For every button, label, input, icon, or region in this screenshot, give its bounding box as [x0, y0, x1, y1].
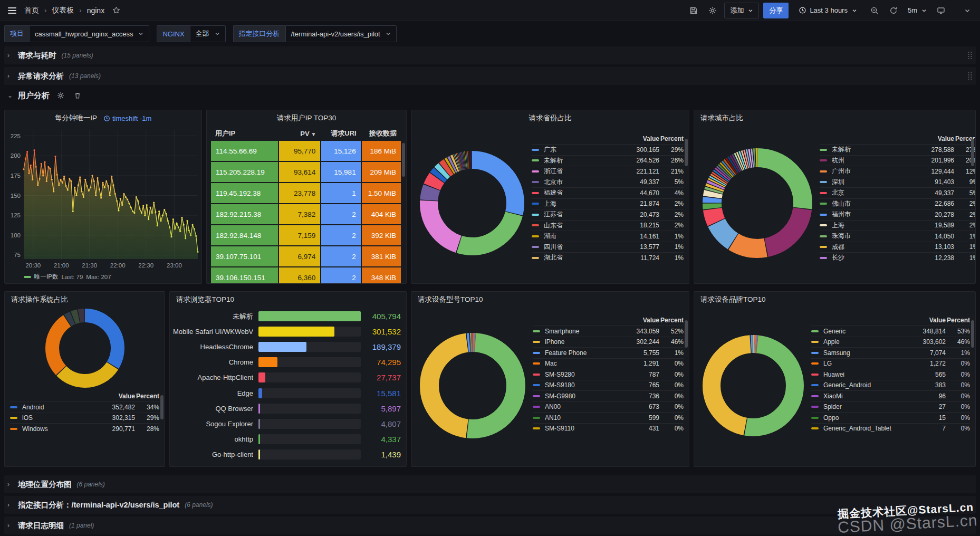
- legend-item[interactable]: 浙江省221,12121%: [532, 166, 684, 177]
- scrollbar[interactable]: [971, 139, 974, 166]
- bar-gauge-row[interactable]: Apache-HttpClient27,737: [173, 371, 401, 385]
- bar-gauge-row[interactable]: Chrome74,295: [173, 356, 401, 369]
- bar-gauge-row[interactable]: Sogou Explorer4,807: [173, 417, 401, 430]
- legend-item[interactable]: Samsung7,0741%: [811, 347, 970, 358]
- legend-item[interactable]: 北京市49,3375%: [532, 177, 684, 188]
- breadcrumb-dashboards[interactable]: 仪表板: [52, 6, 74, 15]
- legend-item[interactable]: 上海19,5892%: [820, 220, 976, 231]
- row-settings-icon[interactable]: [55, 90, 66, 101]
- add-panel-button[interactable]: 添加: [724, 3, 759, 18]
- legend-item[interactable]: 珠海市14,0501%: [820, 231, 976, 242]
- legend-item[interactable]: SM-S92807870%: [533, 369, 684, 380]
- row-user-analysis[interactable]: ⌄ 用户分析: [4, 88, 976, 103]
- column-header[interactable]: PV ▼: [279, 127, 320, 140]
- legend-item[interactable]: 湖南14,1611%: [532, 231, 684, 242]
- time-range-picker[interactable]: Last 3 hours: [793, 3, 863, 18]
- legend-item[interactable]: 江苏省20,4732%: [532, 209, 684, 220]
- legend-item[interactable]: 未解析278,58827%: [820, 144, 976, 155]
- legend-item[interactable]: 湖北省11,7241%: [532, 252, 684, 263]
- panel-title[interactable]: 每分钟唯一IP: [55, 113, 97, 123]
- legend-item[interactable]: SM-S91807650%: [533, 380, 684, 391]
- table-row[interactable]: 114.55.66.6995,77015,126186 MiB: [211, 141, 401, 161]
- legend-item[interactable]: AN006730%: [533, 401, 684, 413]
- timeshift-link[interactable]: timeshift -1m: [103, 114, 151, 122]
- row-api-analysis[interactable]: › 指定接口分析：/terminal-api-v2/users/is_pilot…: [4, 496, 976, 514]
- row-geo-distribution[interactable]: › 地理位置分布图 (6 panels): [4, 475, 976, 493]
- row-error-analysis[interactable]: › 异常请求分析 (13 panels): [4, 67, 976, 85]
- legend-item[interactable]: XiaoMi960%: [811, 390, 970, 401]
- table-row[interactable]: 182.92.215.387,3822404 KiB: [211, 204, 401, 224]
- bar-gauge-row[interactable]: HeadlessChrome189,379: [173, 340, 401, 354]
- legend-item[interactable]: 四川省13,5771%: [532, 242, 684, 253]
- refresh-interval-picker[interactable]: 5m: [905, 3, 929, 18]
- legend-item[interactable]: 深圳91,4039%: [820, 177, 976, 188]
- panel-title[interactable]: 请求操作系统占比: [11, 295, 68, 304]
- legend-item[interactable]: Generic_Android3830%: [811, 380, 970, 391]
- collapse-toolbar-icon[interactable]: [960, 3, 975, 18]
- legend-item[interactable]: Spider270%: [811, 401, 970, 413]
- legend-item[interactable]: 杭州201,99620%: [820, 155, 976, 166]
- bar-gauge-row[interactable]: Mobile Safari UI/WKWebV...301,532: [173, 325, 401, 339]
- legend-item[interactable]: iOS302,31529%: [10, 413, 159, 424]
- legend-item[interactable]: iPhone302,24446%: [533, 337, 684, 348]
- scrollbar[interactable]: [685, 320, 688, 348]
- panel-title[interactable]: 请求用户IP TOP30: [277, 113, 337, 123]
- table-row[interactable]: 39.106.150.1516,3602348 KiB: [211, 267, 401, 284]
- bar-gauge-row[interactable]: Go-http-client1,439: [173, 447, 401, 461]
- dashboard-settings-icon[interactable]: [705, 3, 720, 18]
- datasource-filter-dropdown[interactable]: 全部: [190, 25, 226, 42]
- save-dashboard-icon[interactable]: [686, 3, 701, 18]
- panel-title[interactable]: 请求设备型号TOP10: [418, 295, 483, 304]
- scrollbar[interactable]: [685, 139, 688, 166]
- column-header[interactable]: 用户IP: [211, 127, 278, 140]
- legend-item[interactable]: 佛山市22,6862%: [820, 198, 976, 209]
- legend-item[interactable]: SM-G99807360%: [533, 390, 684, 401]
- scrollbar[interactable]: [971, 320, 974, 348]
- legend-item[interactable]: SM-S91104310%: [533, 423, 684, 434]
- row-request-log-detail[interactable]: › 请求日志明细 (1 panel): [4, 516, 976, 534]
- drag-handle-icon[interactable]: [967, 51, 973, 60]
- bar-gauge-row[interactable]: Edge15,581: [173, 386, 401, 400]
- legend-item[interactable]: 北京49,3375%: [820, 187, 976, 198]
- legend-item[interactable]: Android352,48234%: [10, 401, 159, 413]
- project-filter-dropdown[interactable]: cassmall_hwprod_nginx_access: [29, 25, 149, 42]
- panel-title[interactable]: 请求浏览器TOP10: [176, 295, 234, 304]
- bar-gauge-row[interactable]: okhttp4,337: [173, 432, 401, 446]
- panel-title[interactable]: 请求省份占比: [529, 113, 572, 123]
- legend-item[interactable]: Oppo150%: [811, 412, 970, 423]
- legend-item[interactable]: Windows290,77128%: [10, 423, 159, 434]
- zoom-out-time-icon[interactable]: [867, 3, 882, 18]
- table-row[interactable]: 39.107.75.1016,9742381 KiB: [211, 246, 401, 266]
- share-button[interactable]: 分享: [763, 3, 789, 18]
- legend-item[interactable]: Generic_Android_Tablet70%: [811, 423, 970, 434]
- legend-item[interactable]: Apple303,60246%: [811, 337, 970, 348]
- table-row[interactable]: 119.45.192.3823,77811.50 MiB: [211, 183, 401, 203]
- api-filter-dropdown[interactable]: /terminal-api-v2/users/is_pilot: [285, 25, 397, 42]
- column-header[interactable]: 请求URI: [321, 127, 360, 140]
- legend-item[interactable]: 广州市129,44412%: [820, 166, 976, 177]
- menu-icon[interactable]: [4, 3, 20, 18]
- breadcrumb-home[interactable]: 首页: [24, 6, 39, 15]
- legend-item[interactable]: Huawei5650%: [811, 369, 970, 380]
- refresh-icon[interactable]: [886, 3, 901, 18]
- column-header[interactable]: 接收数据: [362, 127, 401, 140]
- scrollbar[interactable]: [160, 395, 164, 419]
- legend-item[interactable]: 山东省18,2152%: [532, 220, 684, 231]
- legend-item[interactable]: 广东300,16529%: [532, 144, 684, 155]
- legend-item[interactable]: 福州市20,2782%: [820, 209, 976, 220]
- legend-item[interactable]: 福建省44,6704%: [532, 187, 684, 198]
- scrollbar[interactable]: [402, 143, 405, 177]
- legend-item[interactable]: Generic348,81453%: [811, 326, 970, 337]
- datasource-filter-label[interactable]: NGINX: [157, 25, 189, 42]
- os-donut-chart[interactable]: [45, 309, 124, 388]
- chart-legend[interactable]: 唯一IP数 Last: 79 Max: 207: [5, 273, 201, 283]
- device-brand-donut-chart[interactable]: [703, 335, 804, 436]
- legend-item[interactable]: 成都13,1031%: [820, 242, 976, 253]
- legend-item[interactable]: 未解析264,52626%: [532, 155, 684, 166]
- table-row[interactable]: 115.205.228.1993,61415,981209 MiB: [211, 162, 401, 182]
- kiosk-mode-icon[interactable]: [934, 3, 948, 18]
- row-delete-icon[interactable]: [72, 90, 83, 101]
- legend-item[interactable]: AN105990%: [533, 412, 684, 423]
- legend-item[interactable]: LG1,2720%: [811, 358, 970, 369]
- city-donut-chart[interactable]: [703, 148, 812, 258]
